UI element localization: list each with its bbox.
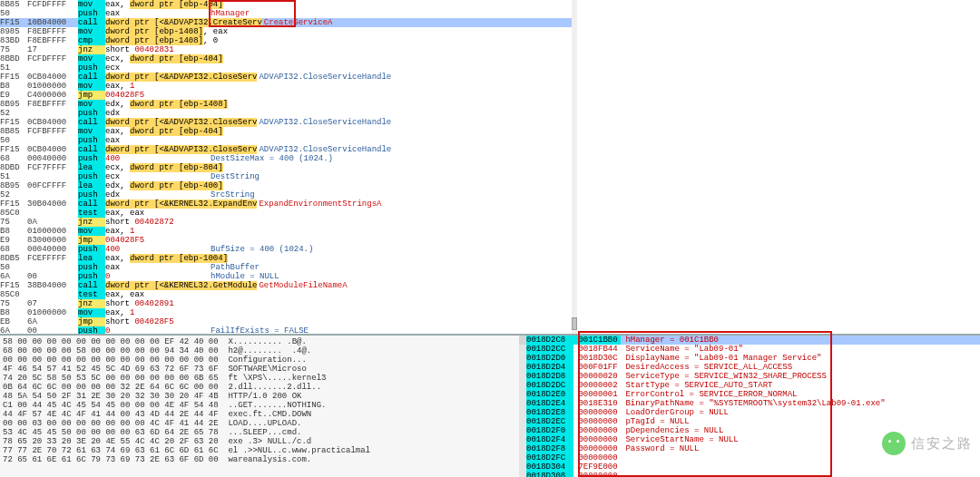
operands: dword ptr [<&ADVAPI32.CloseServ bbox=[105, 145, 257, 154]
disasm-row[interactable]: E9 C4000000 jmp 004028F5 bbox=[0, 91, 575, 100]
hexdump-row[interactable]: 44 4F 57 4E 4C 4F 41 44 00 43 4D 44 2E 4… bbox=[3, 410, 516, 419]
disasm-row[interactable]: B8 01000000 mov eax, 1 bbox=[0, 227, 575, 236]
stack-addr: 0018D2D8 bbox=[526, 372, 573, 381]
disasm-row[interactable]: B8 01000000 mov eax, 1 bbox=[0, 308, 575, 317]
stack-row[interactable]: 0018D2D4 000F01FF DesiredAccess = SERVIC… bbox=[526, 363, 980, 372]
addr-col: 50 bbox=[0, 9, 27, 18]
hex-col: 0CB04000 bbox=[27, 118, 78, 127]
mnemonic: push bbox=[78, 326, 105, 334]
hexdump-pane[interactable]: 58 00 00 00 00 00 00 00 00 00 00 EF 42 4… bbox=[0, 334, 519, 477]
disasm-row[interactable]: 8BBD FCFDFFFF mov ecx, dword ptr [ebp-40… bbox=[0, 54, 575, 63]
hexdump-row[interactable]: 58 00 00 00 00 00 00 00 00 00 00 EF 42 4… bbox=[3, 337, 516, 346]
disasm-row[interactable]: 8DBD FCF7FFFF lea ecx, dword ptr [ebp-80… bbox=[0, 163, 575, 172]
disasm-row[interactable]: 75 0A jnz short 00402872 bbox=[0, 218, 575, 227]
disasm-row[interactable]: FF15 30B04000 call dword ptr [<&KERNEL32… bbox=[0, 200, 575, 209]
disasm-row[interactable]: 68 00040000 push 400DestSizeMax = 400 (1… bbox=[0, 154, 575, 163]
mnemonic: jmp bbox=[78, 236, 105, 245]
disasm-row[interactable]: 85C0 test eax, eax bbox=[0, 209, 575, 218]
stack-row[interactable]: 0018D2F8 00000000 Password = NULL bbox=[526, 444, 980, 453]
disasm-row[interactable]: 50 push eaxhManager bbox=[0, 9, 575, 18]
hexdump-row[interactable]: 74 20 5C 58 50 53 5C 00 00 00 00 00 00 6… bbox=[3, 374, 516, 383]
disasm-row[interactable]: B8 01000000 mov eax, 1 bbox=[0, 82, 575, 91]
comment: GetModuleFileNameA bbox=[257, 281, 347, 290]
comment bbox=[209, 317, 211, 326]
hexdump-row[interactable]: 53 4C 45 45 50 00 00 00 00 63 6D 64 2E 6… bbox=[3, 428, 516, 437]
disasm-row[interactable]: 85C0 test eax, eax bbox=[0, 290, 575, 299]
disasm-row[interactable]: EB 6A jmp short 004028F5 bbox=[0, 317, 575, 326]
stack-addr: 0018D2F0 bbox=[526, 426, 573, 435]
addr-col: 75 bbox=[0, 218, 27, 227]
disasm-row[interactable]: 6A 00 push 0FailIfExists = FALSE bbox=[0, 326, 575, 334]
disassembly-pane[interactable]: 8B85 FCFDFFFF mov eax, dword ptr [ebp-40… bbox=[0, 0, 576, 334]
disasm-row[interactable]: 50 push eax bbox=[0, 136, 575, 145]
stack-row[interactable]: 0018D308 00000000 bbox=[526, 472, 980, 477]
disasm-row[interactable]: 8B95 F8EBFFFF mov edx, dword ptr [ebp-14… bbox=[0, 100, 575, 109]
disasm-row[interactable]: 52 push edx bbox=[0, 109, 575, 118]
stack-row[interactable]: 0018D2D8 00000020 ServiceType = SERVICE_… bbox=[526, 372, 980, 381]
stack-row[interactable]: 0018D2EC 00000000 pTagId = NULL bbox=[526, 417, 980, 426]
stack-row[interactable]: 0018D2CC 0018FB44 ServiceName = "Lab09-0… bbox=[526, 345, 980, 354]
hexdump-row[interactable]: 78 65 20 33 20 3E 20 4E 55 4C 4C 20 2F 6… bbox=[3, 437, 516, 446]
disasm-row[interactable]: 75 17 jnz short 00402831 bbox=[0, 45, 575, 54]
hexdump-row[interactable]: 00 00 03 00 00 00 00 00 00 00 4C 4F 41 4… bbox=[3, 419, 516, 428]
hex-col: F8EBFFFF bbox=[27, 27, 78, 36]
operands: ecx, dword ptr [ebp-404] bbox=[105, 54, 223, 63]
disasm-row[interactable]: FF15 0CB04000 call dword ptr [<&ADVAPI32… bbox=[0, 145, 575, 154]
stack-comment: hManager = 001C1BB0 bbox=[621, 336, 719, 345]
stack-comment: pTagId = NULL bbox=[621, 417, 690, 426]
disasm-row[interactable]: 8DB5 FCEFFFFF lea eax, dword ptr [ebp-10… bbox=[0, 254, 575, 263]
hex-col: 6A bbox=[27, 317, 78, 326]
stack-row[interactable]: 0018D2D0 0018D30C DisplayName = "Lab09-0… bbox=[526, 354, 980, 363]
hexdump-row[interactable]: 77 77 2E 70 72 61 63 74 69 63 61 6C 6D 6… bbox=[3, 446, 516, 455]
mnemonic: call bbox=[78, 281, 105, 290]
hexdump-row[interactable]: 4F 46 54 57 41 52 45 5C 4D 69 63 72 6F 7… bbox=[3, 365, 516, 374]
addr-col: EB bbox=[0, 317, 27, 326]
mnemonic: mov bbox=[78, 54, 105, 63]
disasm-row[interactable]: 8985 F8EBFFFF mov dword ptr [ebp-1408], … bbox=[0, 27, 575, 36]
stack-comment bbox=[621, 462, 625, 472]
disasm-row[interactable]: 52 push edxSrcString bbox=[0, 190, 575, 200]
stack-row[interactable]: 0018D2C8 001C1BB0 hManager = 001C1BB0 bbox=[526, 336, 980, 345]
disasm-row[interactable]: 75 07 jnz short 00402891 bbox=[0, 299, 575, 308]
pane-splitter[interactable] bbox=[519, 334, 526, 477]
stack-row[interactable]: 0018D2E4 0018E310 BinaryPathName = "%SYS… bbox=[526, 399, 980, 408]
hexdump-row[interactable]: 0B 64 6C 6C 00 00 00 00 32 2E 64 6C 6C 0… bbox=[3, 383, 516, 392]
disasm-row[interactable]: 68 00040000 push 400BufSize = 400 (1024.… bbox=[0, 245, 575, 254]
disasm-row[interactable]: FF15 0CB04000 call dword ptr [<&ADVAPI32… bbox=[0, 118, 575, 127]
hexdump-row[interactable]: 00 00 00 00 00 00 00 00 00 00 00 00 00 0… bbox=[3, 355, 516, 365]
disasm-row[interactable]: FF15 38B04000 call dword ptr [<&KERNEL32… bbox=[0, 281, 575, 290]
stack-addr: 0018D2EC bbox=[526, 417, 573, 426]
hexdump-row[interactable]: 72 65 61 6E 61 6C 79 73 69 73 2E 63 6F 6… bbox=[3, 455, 516, 464]
disasm-row[interactable]: 8B85 FCFBFFFF mov eax, dword ptr [ebp-40… bbox=[0, 127, 575, 136]
stack-row[interactable]: 0018D2E0 00000001 ErrorControl = SERVICE… bbox=[526, 390, 980, 399]
operands: dword ptr [ebp-1408], 0 bbox=[105, 36, 218, 45]
hexdump-row[interactable]: C1 00 44 45 4C 45 54 45 00 00 00 4E 4F 5… bbox=[3, 401, 516, 410]
disasm-row[interactable]: 83BD F8EBFFFF cmp dword ptr [ebp-1408], … bbox=[0, 36, 575, 45]
stack-row[interactable]: 0018D2F0 00000000 pDependencies = NULL bbox=[526, 426, 980, 435]
hex-col: 0CB04000 bbox=[27, 145, 78, 154]
hexdump-row[interactable]: 68 00 00 00 00 58 00 00 00 00 00 94 34 4… bbox=[3, 346, 516, 355]
stack-row[interactable]: 0018D2F4 00000000 ServiceStartName = NUL… bbox=[526, 435, 980, 444]
disasm-row[interactable]: 50 push eaxPathBuffer bbox=[0, 263, 575, 272]
disasm-row[interactable]: FF15 10B04000 call dword ptr [<&ADVAPI32… bbox=[0, 18, 575, 27]
disasm-row[interactable]: 6A 00 push 0hModule = NULL bbox=[0, 272, 575, 281]
stack-row[interactable]: 0018D2FC 00000000 bbox=[526, 453, 980, 462]
hex-col: F8EBFFFF bbox=[27, 36, 78, 45]
hex-col bbox=[27, 9, 78, 18]
disassembly-scrollbar[interactable] bbox=[572, 0, 577, 334]
hexdump-row[interactable]: 48 5A 54 50 2F 31 2E 30 20 32 30 30 20 4… bbox=[3, 392, 516, 401]
stack-row[interactable]: 0018D304 7EF9E000 bbox=[526, 462, 980, 472]
stack-row[interactable]: 0018D2E8 00000000 LoadOrderGroup = NULL bbox=[526, 408, 980, 417]
addr-col: FF15 bbox=[0, 73, 27, 82]
mnemonic: mov bbox=[78, 27, 105, 36]
disasm-row[interactable]: 51 push ecx bbox=[0, 63, 575, 73]
disasm-row[interactable]: 51 push ecxDestString bbox=[0, 172, 575, 181]
stack-value: 0018D30C bbox=[573, 354, 621, 363]
disasm-row[interactable]: 8B95 00FCFFFF lea edx, dword ptr [ebp-40… bbox=[0, 181, 575, 190]
disasm-row[interactable]: E9 83000000 jmp 004028F5 bbox=[0, 236, 575, 245]
scrollbar-thumb[interactable] bbox=[572, 317, 577, 330]
stack-row[interactable]: 0018D2DC 00000002 StartType = SERVICE_AU… bbox=[526, 381, 980, 390]
stack-pane[interactable]: 0018D2C8 001C1BB0 hManager = 001C1BB0001… bbox=[526, 334, 980, 477]
disasm-row[interactable]: 8B85 FCFDFFFF mov eax, dword ptr [ebp-40… bbox=[0, 0, 575, 9]
disasm-row[interactable]: FF15 0CB04000 call dword ptr [<&ADVAPI32… bbox=[0, 73, 575, 82]
